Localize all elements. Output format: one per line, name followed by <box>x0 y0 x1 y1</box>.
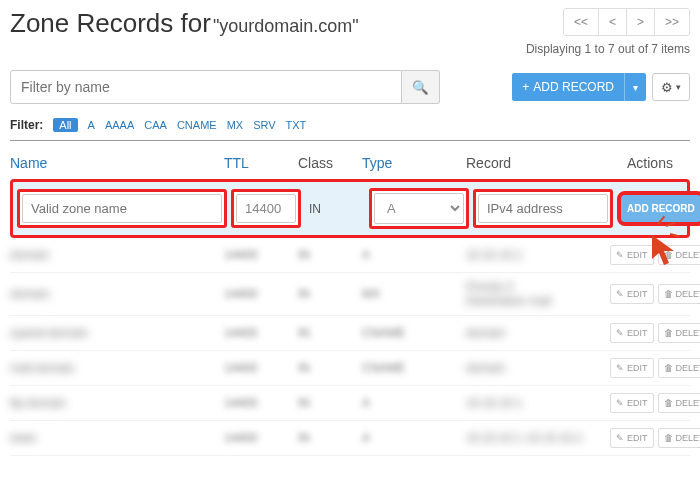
row-actions: ✎EDIT🗑DELETE <box>610 358 700 378</box>
ttl-field-wrap <box>231 189 301 228</box>
filter-type-txt[interactable]: TXT <box>286 119 307 131</box>
trash-icon: 🗑 <box>664 363 673 373</box>
add-record-row: IN A ADD RECORD CANCEL <box>10 179 690 238</box>
class-value: IN <box>305 202 365 216</box>
name-field-wrap <box>17 189 227 228</box>
delete-button[interactable]: 🗑DELETE <box>658 358 700 378</box>
filter-type-a[interactable]: A <box>88 119 95 131</box>
col-name[interactable]: Name <box>10 155 220 171</box>
record-input[interactable] <box>478 194 608 223</box>
delete-button[interactable]: 🗑DELETE <box>658 245 700 265</box>
pager-last[interactable]: >> <box>655 9 689 35</box>
trash-icon: 🗑 <box>664 289 673 299</box>
table-row: domain14400INA10.10.10.1✎EDIT🗑DELETE <box>10 238 690 273</box>
delete-button[interactable]: 🗑DELETE <box>658 323 700 343</box>
delete-button[interactable]: 🗑DELETE <box>658 428 700 448</box>
cell-ttl: 14400 <box>224 248 294 262</box>
row-actions: ✎EDIT🗑DELETE <box>610 393 700 413</box>
cell-name: cpanel.domain <box>10 326 220 340</box>
cell-record: Priority 0 Destination mail <box>466 280 606 308</box>
pencil-icon: ✎ <box>616 433 624 443</box>
pencil-icon: ✎ <box>616 289 624 299</box>
cell-name: mail.domain <box>10 361 220 375</box>
cell-class: IN <box>298 431 358 445</box>
table-row: ftp.domain14400INA10.10.10.1✎EDIT🗑DELETE <box>10 386 690 421</box>
filter-type-srv[interactable]: SRV <box>253 119 275 131</box>
pager-next[interactable]: > <box>627 9 655 35</box>
col-class: Class <box>298 155 358 171</box>
row-actions: ✎EDIT🗑DELETE <box>610 284 700 304</box>
cell-record: domain <box>466 326 606 340</box>
cell-ttl: 14400 <box>224 361 294 375</box>
col-ttl[interactable]: TTL <box>224 155 294 171</box>
cell-class: IN <box>298 361 358 375</box>
trash-icon: 🗑 <box>664 328 673 338</box>
type-select[interactable]: A <box>374 193 464 224</box>
cell-record: 10.10.10.1 <box>466 248 606 262</box>
edit-button[interactable]: ✎EDIT <box>610 284 654 304</box>
filter-type-caa[interactable]: CAA <box>144 119 167 131</box>
plus-icon: + <box>522 80 529 94</box>
cell-class: IN <box>298 248 358 262</box>
delete-button[interactable]: 🗑DELETE <box>658 393 700 413</box>
search-button[interactable]: 🔍 <box>402 70 440 104</box>
col-type[interactable]: Type <box>362 155 462 171</box>
cell-type: A <box>362 248 462 262</box>
cell-type: A <box>362 431 462 445</box>
filter-type-aaaa[interactable]: AAAA <box>105 119 134 131</box>
cell-ttl: 14400 <box>224 287 294 301</box>
cell-name: domain <box>10 248 220 262</box>
add-record-label: ADD RECORD <box>533 80 614 94</box>
edit-button[interactable]: ✎EDIT <box>610 393 654 413</box>
cell-record: 10.10.10.1 <box>466 396 606 410</box>
row-actions: ✎EDIT🗑DELETE <box>610 323 700 343</box>
pencil-icon: ✎ <box>616 250 624 260</box>
pager-prev[interactable]: < <box>599 9 627 35</box>
table-row: mail.domain14400INCNAMEdomain✎EDIT🗑DELET… <box>10 351 690 386</box>
delete-button[interactable]: 🗑DELETE <box>658 284 700 304</box>
filter-all[interactable]: All <box>53 118 77 132</box>
pencil-icon: ✎ <box>616 398 624 408</box>
filter-label: Filter: <box>10 118 43 132</box>
table-row: domain14400INMXPriority 0 Destination ma… <box>10 273 690 316</box>
add-record-dropdown[interactable]: ▾ <box>624 73 646 101</box>
cell-name: domain <box>10 287 220 301</box>
cell-class: IN <box>298 287 358 301</box>
cell-ttl: 14400 <box>224 431 294 445</box>
add-record-split-button: + ADD RECORD ▾ <box>512 73 646 101</box>
cell-name: www <box>10 431 220 445</box>
add-record-button[interactable]: + ADD RECORD <box>512 73 624 101</box>
ttl-input[interactable] <box>236 194 296 223</box>
cell-type: CNAME <box>362 326 462 340</box>
pencil-icon: ✎ <box>616 363 624 373</box>
search-icon: 🔍 <box>412 80 429 95</box>
cell-type: A <box>362 396 462 410</box>
edit-button[interactable]: ✎EDIT <box>610 245 654 265</box>
gear-icon: ⚙ <box>661 80 673 95</box>
cell-name: ftp.domain <box>10 396 220 410</box>
cell-ttl: 14400 <box>224 326 294 340</box>
filter-name-input[interactable] <box>10 70 402 104</box>
add-record-submit[interactable]: ADD RECORD <box>617 191 700 226</box>
trash-icon: 🗑 <box>664 398 673 408</box>
record-field-wrap <box>473 189 613 228</box>
row-actions: ✎EDIT🗑DELETE <box>610 428 700 448</box>
chevron-down-icon: ▾ <box>676 82 681 92</box>
edit-button[interactable]: ✎EDIT <box>610 428 654 448</box>
type-filter-bar: Filter: All A AAAA CAA CNAME MX SRV TXT <box>10 118 690 141</box>
pencil-icon: ✎ <box>616 328 624 338</box>
pager-first[interactable]: << <box>564 9 599 35</box>
cell-record: 10.10.10.1 10.10.10.2 <box>466 431 606 445</box>
pager-status: Displaying 1 to 7 out of 7 items <box>526 42 690 56</box>
cell-type: CNAME <box>362 361 462 375</box>
zone-name-input[interactable] <box>22 194 222 223</box>
filter-type-mx[interactable]: MX <box>227 119 244 131</box>
table-header: Name TTL Class Type Record Actions <box>10 151 690 179</box>
settings-button[interactable]: ⚙ ▾ <box>652 73 690 101</box>
edit-button[interactable]: ✎EDIT <box>610 358 654 378</box>
pager: << < > >> <box>563 8 690 36</box>
chevron-down-icon: ▾ <box>633 82 638 93</box>
title-domain: "yourdomain.com" <box>213 16 359 37</box>
filter-type-cname[interactable]: CNAME <box>177 119 217 131</box>
edit-button[interactable]: ✎EDIT <box>610 323 654 343</box>
